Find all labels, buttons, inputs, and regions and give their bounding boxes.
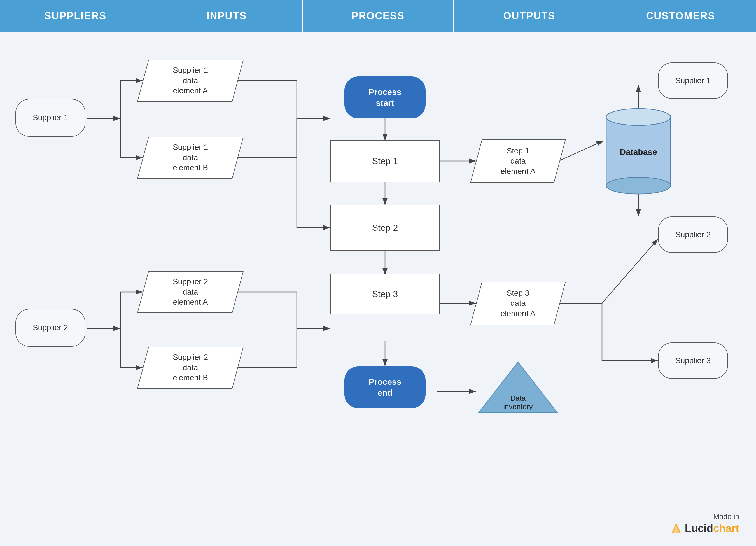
step1-shape: Step 1 <box>330 140 440 182</box>
lucidchart-brand: Lucidchart <box>670 522 739 535</box>
step3-shape: Step 3 <box>330 274 440 314</box>
svg-text:Database: Database <box>620 147 657 157</box>
lucidchart-logo-icon <box>670 522 683 535</box>
lucidchart-badge: Made in Lucidchart <box>670 512 739 535</box>
lucidchart-brand-text: Lucidchart <box>685 522 739 535</box>
header-inputs: INPUTS <box>151 0 302 32</box>
supplier2-data-a-shape: Supplier 2 data element A <box>137 271 244 313</box>
process-end-shape: Process end <box>344 366 426 408</box>
svg-text:Data: Data <box>510 394 526 402</box>
customer-supplier2-shape: Supplier 2 <box>658 216 728 253</box>
header-row: SUPPLIERS INPUTS PROCESS OUTPUTS CUSTOME… <box>0 0 756 32</box>
triangle-svg: Data inventory <box>476 359 560 415</box>
database-shape: Database <box>603 102 673 197</box>
supplier1-data-a-shape: Supplier 1 data element A <box>137 60 244 102</box>
step2-shape: Step 2 <box>330 205 440 251</box>
header-outputs: OUTPUTS <box>454 0 605 32</box>
header-customers: CUSTOMERS <box>605 0 756 32</box>
supplier1-shape: Supplier 1 <box>15 99 85 137</box>
diagram-area: Supplier 1 Supplier 2 Supplier 1 data el… <box>0 32 756 546</box>
customer-supplier3-shape: Supplier 3 <box>658 342 728 379</box>
database-svg: Database <box>603 102 673 197</box>
step3-data-a-shape: Step 3 data element A <box>470 282 566 325</box>
svg-text:inventory: inventory <box>503 402 533 411</box>
svg-point-39 <box>606 177 671 194</box>
supplier2-data-b-shape: Supplier 2 data element B <box>137 347 244 389</box>
svg-line-29 <box>602 239 658 303</box>
svg-line-13 <box>559 141 603 161</box>
supplier1-data-b-shape: Supplier 1 data element B <box>137 137 244 179</box>
header-process: PROCESS <box>303 0 454 32</box>
supplier2-shape: Supplier 2 <box>15 309 85 347</box>
svg-point-38 <box>606 109 671 125</box>
customer-supplier1-shape: Supplier 1 <box>658 62 728 99</box>
header-suppliers: SUPPLIERS <box>0 0 151 32</box>
process-start-shape: Process start <box>344 76 426 118</box>
step1-data-a-shape: Step 1 data element A <box>470 139 566 183</box>
data-inventory-shape: Data inventory <box>476 359 560 415</box>
